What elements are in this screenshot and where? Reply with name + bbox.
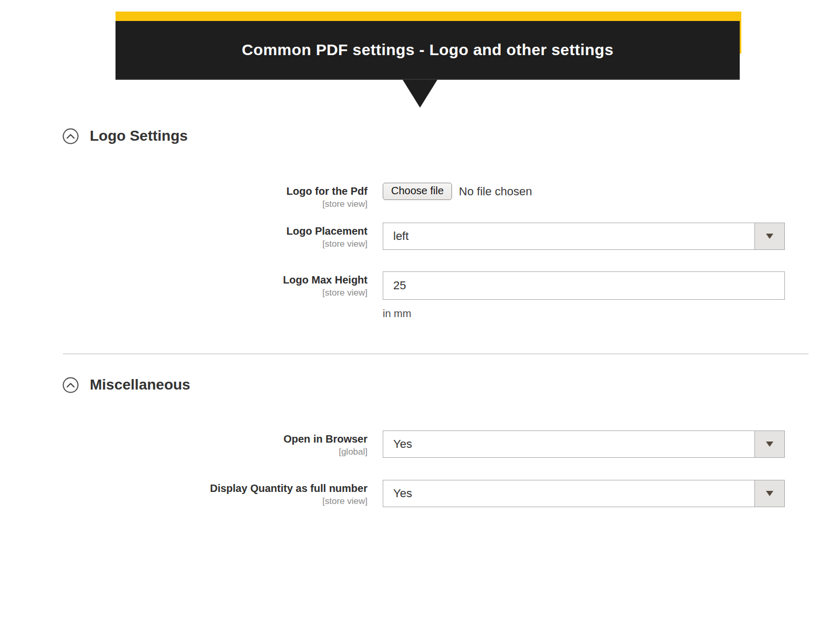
field-label-block: Display Quantity as full number [store v… — [0, 480, 368, 507]
field-control: Choose file No file chosen — [383, 183, 785, 200]
field-label-block: Logo Placement [store view] — [0, 223, 368, 250]
field-scope: [global] — [0, 446, 368, 458]
field-label-block: Logo Max Height [store view] — [0, 271, 368, 299]
field-row-display-quantity: Display Quantity as full number [store v… — [0, 480, 785, 507]
field-row-logo-max-height: Logo Max Height [store view] in mm — [0, 271, 785, 320]
logo-max-height-input[interactable] — [383, 271, 785, 300]
field-scope: [store view] — [0, 238, 368, 250]
choose-file-button[interactable]: Choose file — [383, 183, 452, 200]
field-control: in mm — [383, 271, 785, 320]
file-chosen-status: No file chosen — [459, 185, 532, 198]
select-value: left — [383, 229, 408, 243]
field-label: Open in Browser — [0, 432, 368, 446]
callout-title: Common PDF settings - Logo and other set… — [242, 41, 614, 59]
select-value: Yes — [383, 487, 412, 500]
field-scope: [store view] — [0, 495, 368, 507]
field-control: left — [383, 223, 785, 250]
field-label-block: Open in Browser [global] — [0, 430, 368, 458]
file-upload-control: Choose file No file chosen — [383, 183, 785, 200]
section-title-logo-settings[interactable]: Logo Settings — [90, 128, 188, 144]
field-row-logo-file: Logo for the Pdf [store view] Choose fil… — [0, 183, 785, 210]
select-arrow-box — [754, 431, 784, 457]
section-title-miscellaneous[interactable]: Miscellaneous — [90, 376, 190, 393]
select-arrow-box — [754, 223, 784, 249]
chevron-down-icon — [766, 234, 773, 239]
select-arrow-box — [754, 480, 784, 507]
field-label: Display Quantity as full number — [0, 481, 368, 495]
chevron-down-icon — [766, 491, 773, 496]
field-scope: [store view] — [0, 198, 368, 210]
section-divider — [63, 353, 808, 354]
settings-page: Common PDF settings - Logo and other set… — [0, 0, 840, 630]
field-scope: [store view] — [0, 287, 368, 299]
chevron-up-circle-icon[interactable] — [62, 128, 79, 144]
field-row-open-in-browser: Open in Browser [global] Yes — [0, 430, 785, 458]
select-value: Yes — [383, 437, 412, 451]
field-note: in mm — [383, 308, 785, 320]
chevron-up-circle-icon[interactable] — [62, 377, 79, 393]
callout-pointer-arrow — [403, 80, 437, 108]
field-label: Logo Placement — [0, 224, 368, 238]
open-in-browser-select[interactable]: Yes — [383, 430, 785, 458]
field-control: Yes — [383, 480, 785, 507]
field-label: Logo Max Height — [0, 273, 368, 287]
section-header-miscellaneous: Miscellaneous — [62, 376, 190, 393]
logo-placement-select[interactable]: left — [383, 223, 785, 250]
tour-callout-banner: Common PDF settings - Logo and other set… — [116, 21, 740, 80]
section-header-logo-settings: Logo Settings — [62, 128, 188, 144]
field-label: Logo for the Pdf — [0, 184, 368, 198]
chevron-down-icon — [766, 442, 773, 447]
field-row-logo-placement: Logo Placement [store view] left — [0, 223, 785, 250]
field-label-block: Logo for the Pdf [store view] — [0, 183, 368, 210]
field-control: Yes — [383, 430, 785, 458]
display-quantity-select[interactable]: Yes — [383, 480, 785, 507]
